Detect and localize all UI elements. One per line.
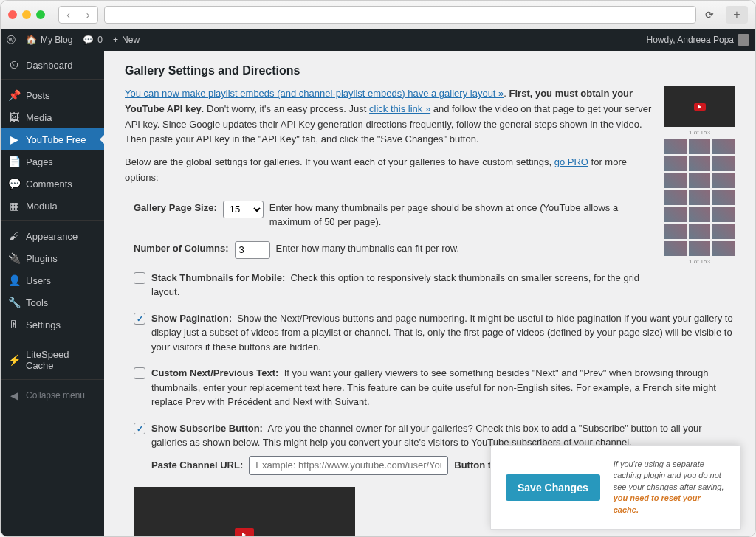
pagination-label: Show Pagination: — [151, 313, 232, 324]
columns-label: Number of Columns: — [134, 241, 229, 256]
columns-desc: Enter how many thumbnails can fit per ro… — [276, 241, 654, 256]
wp-admin-bar: ⓦ 🏠 My Blog 💬 0 + New Howdy, Andreea Pop… — [1, 29, 755, 51]
back-button[interactable]: ‹ — [59, 7, 78, 23]
modula-icon: ▦ — [8, 200, 20, 212]
close-window[interactable] — [8, 10, 17, 19]
sidebar-label: LiteSpeed Cache — [26, 349, 97, 371]
sidebar-item-modula[interactable]: ▦Modula — [1, 195, 104, 217]
sidebar-label: Users — [26, 275, 51, 286]
sidebar-label: Posts — [26, 90, 50, 101]
save-note-text: If you're using a separate caching plugi… — [614, 460, 724, 491]
preview-thumb — [712, 241, 735, 256]
comments-icon: 💬 — [8, 178, 20, 190]
preview-thumb — [664, 190, 687, 205]
new-label: New — [122, 35, 140, 45]
preview-thumb — [664, 139, 687, 154]
save-note: If you're using a separate caching plugi… — [614, 459, 726, 516]
sidebar-item-youtube-free[interactable]: ▶YouTube Free — [1, 128, 104, 150]
page-size-select[interactable]: 15 — [223, 201, 264, 218]
channel-url-input[interactable] — [249, 456, 448, 475]
sidebar-label: Settings — [26, 319, 61, 330]
preview-thumb — [712, 139, 735, 154]
youtube-icon: ▶ — [8, 134, 20, 145]
preview-thumb — [664, 241, 687, 256]
preview-thumb — [712, 156, 735, 171]
new-content-link[interactable]: + New — [113, 35, 140, 45]
subscribe-label: Show Subscribe Button: — [151, 423, 263, 434]
custom-text-checkbox[interactable] — [134, 367, 145, 379]
site-name-link[interactable]: 🏠 My Blog — [26, 35, 72, 45]
preview-thumb — [664, 224, 687, 239]
appearance-icon: 🖌 — [8, 230, 20, 242]
settings-icon: 🎚 — [8, 319, 20, 330]
sidebar-label: Tools — [26, 297, 48, 308]
site-name: My Blog — [41, 35, 72, 45]
setting-pagination: Show Pagination: Show the Next/Previous … — [134, 311, 735, 355]
minimize-window[interactable] — [22, 10, 31, 19]
sidebar-item-plugins[interactable]: 🔌Plugins — [1, 247, 104, 269]
pagination-checkbox[interactable] — [134, 313, 145, 325]
sidebar-item-posts[interactable]: 📌Posts — [1, 84, 104, 106]
collapse-menu[interactable]: ◀Collapse menu — [1, 384, 104, 406]
setting-columns: Number of Columns: Enter how many thumbn… — [134, 241, 654, 259]
setting-page-size: Gallery Page Size: 15 Enter how many thu… — [134, 201, 654, 229]
play-icon — [694, 103, 706, 111]
sidebar-item-pages[interactable]: 📄Pages — [1, 150, 104, 173]
collapse-icon: ◀ — [8, 389, 20, 401]
play-icon — [235, 528, 254, 537]
go-pro-link[interactable]: go PRO — [554, 156, 588, 167]
preview-thumb — [689, 224, 711, 239]
save-changes-button[interactable]: Save Changes — [506, 474, 600, 501]
sidebar-label: Pages — [26, 156, 53, 167]
forward-button[interactable]: › — [78, 7, 97, 23]
nav-buttons: ‹ › — [58, 6, 98, 24]
sidebar-label: Dashboard — [26, 60, 73, 71]
wp-logo-icon[interactable]: ⓦ — [7, 34, 16, 46]
columns-input[interactable] — [235, 241, 270, 259]
preview-thumb — [664, 156, 687, 171]
page-size-desc: Enter how many thumbnails per page shoul… — [269, 201, 654, 229]
litespeed-icon: ⚡ — [8, 354, 20, 366]
pagination-desc: Show the Next/Previous buttons and page … — [151, 313, 733, 353]
new-tab-button[interactable]: + — [726, 6, 748, 24]
media-icon: 🖾 — [8, 111, 20, 123]
browser-chrome: ‹ › ⟳ + — [1, 1, 755, 29]
url-bar[interactable] — [104, 6, 696, 24]
sidebar-item-media[interactable]: 🖾Media — [1, 106, 104, 128]
sidebar-label: Comments — [26, 179, 72, 190]
page-size-label: Gallery Page Size: — [134, 201, 217, 215]
sidebar-item-litespeed[interactable]: ⚡LiteSpeed Cache — [1, 344, 104, 376]
sidebar-item-appearance[interactable]: 🖌Appearance — [1, 225, 104, 247]
sidebar-label: Modula — [26, 201, 58, 212]
user-menu[interactable]: Howdy, Andreea Popa — [646, 34, 749, 46]
sidebar-label: Appearance — [26, 231, 78, 242]
comments-link[interactable]: 💬 0 — [83, 35, 103, 45]
sidebar-label: Plugins — [26, 253, 58, 264]
tools-icon: 🔧 — [8, 297, 20, 308]
preview-thumb — [664, 173, 687, 188]
refresh-button[interactable]: ⟳ — [702, 7, 717, 22]
sidebar-item-settings[interactable]: 🎚Settings — [1, 313, 104, 336]
users-icon: 👤 — [8, 274, 20, 286]
below-text: Below are the global settings for galler… — [125, 156, 554, 167]
page-title: Gallery Settings and Directions — [125, 64, 735, 77]
gallery-preview-image: 1 of 153 1 of 153 — [664, 86, 735, 265]
sidebar-item-tools[interactable]: 🔧Tools — [1, 291, 104, 313]
save-panel: Save Changes If you're using a separate … — [490, 445, 741, 530]
sidebar-item-users[interactable]: 👤Users — [1, 269, 104, 291]
preview-thumb — [689, 190, 711, 205]
setting-stack: Stack Thumbnails for Mobile: Check this … — [134, 271, 654, 299]
playlist-gallery-link[interactable]: You can now make playlist embeds (and ch… — [125, 88, 504, 99]
click-this-link[interactable]: click this link » — [369, 103, 430, 114]
pages-icon: 📄 — [8, 156, 20, 167]
preview-thumb — [689, 156, 711, 171]
directions: You can now make playlist embeds (and ch… — [125, 86, 735, 186]
preview-thumb — [712, 190, 735, 205]
stack-checkbox[interactable] — [134, 272, 145, 284]
sidebar-item-comments[interactable]: 💬Comments — [1, 173, 104, 195]
posts-icon: 📌 — [8, 89, 20, 101]
sidebar-item-dashboard[interactable]: ⏲Dashboard — [1, 54, 104, 76]
subscribe-checkbox[interactable] — [134, 423, 145, 434]
maximize-window[interactable] — [36, 10, 45, 19]
channel-url-label: Paste Channel URL: — [151, 458, 243, 473]
